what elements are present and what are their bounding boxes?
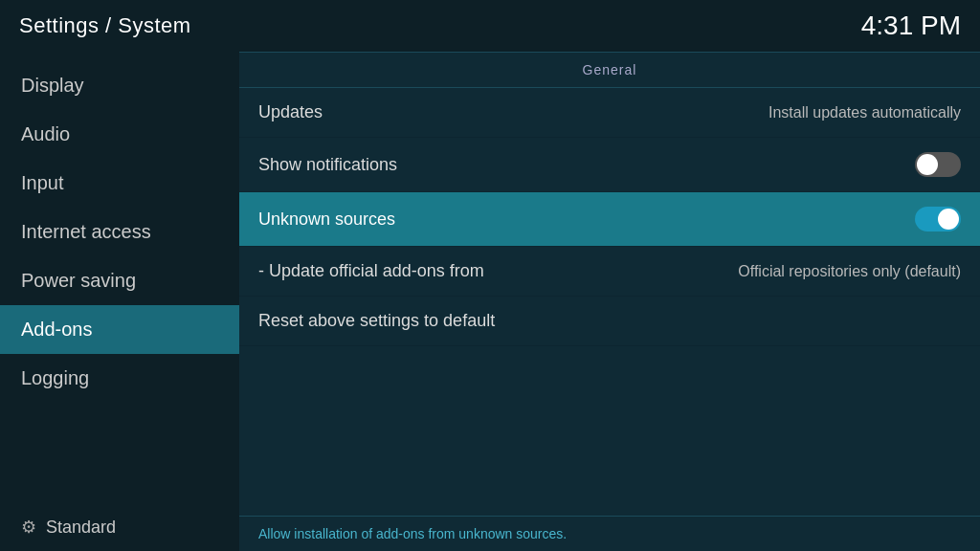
setting-row-unknown-sources[interactable]: Unknown sources: [239, 192, 980, 247]
sidebar-item-label: Power saving: [21, 270, 136, 292]
main-layout: Display Audio Input Internet access Powe…: [0, 52, 980, 551]
toggle-show-notifications[interactable]: [915, 152, 961, 177]
setting-label: Reset above settings to default: [258, 311, 495, 331]
content-footer-hint: Allow installation of add-ons from unkno…: [239, 516, 980, 551]
setting-value: Install updates automatically: [768, 104, 961, 121]
clock: 4:31 PM: [861, 11, 961, 41]
setting-row-update-addons[interactable]: - Update official add-ons from Official …: [239, 247, 980, 297]
sidebar-item-logging[interactable]: Logging: [0, 354, 239, 403]
gear-icon: ⚙: [21, 517, 36, 538]
setting-row-show-notifications[interactable]: Show notifications: [239, 138, 980, 192]
toggle-unknown-sources[interactable]: [915, 207, 961, 231]
sidebar: Display Audio Input Internet access Powe…: [0, 52, 239, 551]
sidebar-item-display[interactable]: Display: [0, 61, 239, 110]
setting-label: Unknown sources: [258, 209, 395, 230]
sidebar-item-label: Audio: [21, 123, 70, 145]
sidebar-item-label: Display: [21, 75, 84, 97]
sidebar-footer: ⚙ Standard: [0, 503, 239, 551]
content-area: General Updates Install updates automati…: [239, 52, 980, 551]
sidebar-item-input[interactable]: Input: [0, 159, 239, 208]
setting-label: Show notifications: [258, 155, 397, 175]
settings-list: Updates Install updates automatically Sh…: [239, 88, 980, 516]
standard-label: Standard: [46, 518, 116, 538]
header: Settings / System 4:31 PM: [0, 0, 980, 52]
setting-row-reset[interactable]: Reset above settings to default: [239, 297, 980, 346]
sidebar-item-label: Internet access: [21, 221, 151, 243]
sidebar-item-internet-access[interactable]: Internet access: [0, 208, 239, 256]
sidebar-item-label: Logging: [21, 367, 89, 389]
setting-value: Official repositories only (default): [738, 263, 961, 280]
sidebar-item-label: Input: [21, 172, 63, 194]
setting-label: Updates: [258, 102, 323, 122]
sidebar-item-power-saving[interactable]: Power saving: [0, 256, 239, 305]
sidebar-item-audio[interactable]: Audio: [0, 110, 239, 159]
sidebar-item-label: Add-ons: [21, 319, 93, 341]
section-title: General: [239, 53, 980, 88]
setting-label: - Update official add-ons from: [258, 261, 484, 281]
toggle-thumb: [938, 209, 959, 230]
toggle-thumb: [917, 154, 938, 175]
setting-row-updates[interactable]: Updates Install updates automatically: [239, 88, 980, 138]
sidebar-item-add-ons[interactable]: Add-ons: [0, 305, 239, 354]
page-title: Settings / System: [19, 13, 191, 38]
